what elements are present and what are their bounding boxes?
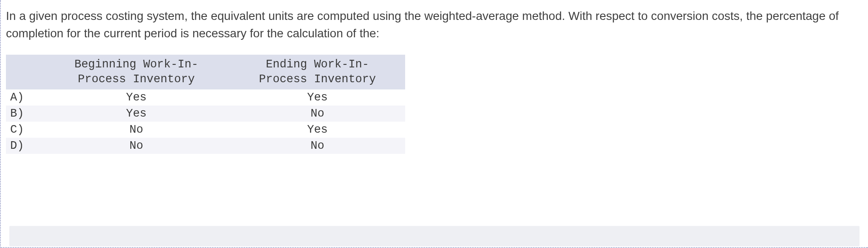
options-table-scroll[interactable]: Beginning Work-In- Process Inventory End… (6, 55, 405, 154)
footer-bar (9, 226, 860, 246)
table-row: C) No Yes (6, 122, 405, 138)
table-row: A) Yes Yes (6, 89, 405, 106)
option-begin-wip: No (43, 138, 229, 154)
table-header-row: Beginning Work-In- Process Inventory End… (6, 55, 405, 89)
table-header-ending-wip: Ending Work-In- Process Inventory (229, 55, 405, 89)
table-header-beginning-wip: Beginning Work-In- Process Inventory (43, 55, 229, 89)
table-row: B) Yes No (6, 106, 405, 122)
option-end-wip: No (229, 106, 405, 122)
option-label: B) (6, 106, 43, 122)
option-label: D) (6, 138, 43, 154)
table-row: D) No No (6, 138, 405, 154)
options-table: Beginning Work-In- Process Inventory End… (6, 55, 405, 154)
option-end-wip: Yes (229, 89, 405, 106)
question-text: In a given process costing system, the e… (6, 8, 860, 42)
option-begin-wip: Yes (43, 89, 229, 106)
option-end-wip: No (229, 138, 405, 154)
option-begin-wip: Yes (43, 106, 229, 122)
table-header-blank (6, 55, 43, 89)
option-label: A) (6, 89, 43, 106)
option-begin-wip: No (43, 122, 229, 138)
option-end-wip: Yes (229, 122, 405, 138)
question-container: In a given process costing system, the e… (0, 0, 868, 248)
option-label: C) (6, 122, 43, 138)
